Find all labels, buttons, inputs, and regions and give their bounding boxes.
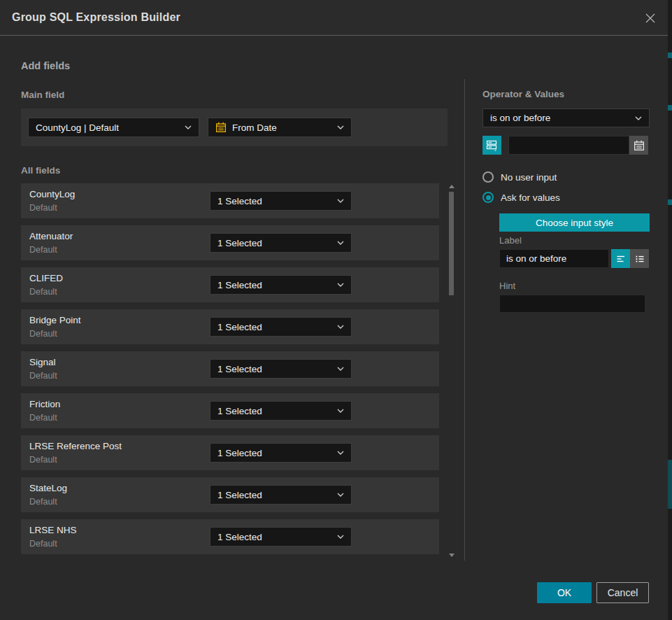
chevron-down-icon: [337, 125, 344, 129]
choose-input-style-label: Choose input style: [536, 218, 613, 228]
dialog-header: Group SQL Expression Builder: [0, 0, 668, 36]
radio-ask-for-values[interactable]: Ask for values: [482, 192, 560, 203]
operator-values-heading: Operator & Values: [482, 89, 564, 99]
chevron-down-icon: [337, 409, 344, 413]
field-values-select[interactable]: 1 Selected: [210, 527, 352, 547]
align-left-text-icon: [615, 253, 627, 265]
field-row: Signal Default 1 Selected: [21, 351, 439, 386]
field-values-selected-count: 1 Selected: [217, 364, 331, 374]
field-values-select[interactable]: 1 Selected: [210, 191, 352, 211]
field-values-selected-count: 1 Selected: [217, 448, 331, 458]
screen: Group SQL Expression Builder Add fields …: [0, 0, 672, 620]
chevron-down-icon: [337, 241, 344, 245]
main-field-label: Main field: [21, 90, 64, 100]
main-layer-select-value: CountyLog | Default: [36, 122, 179, 133]
main-layer-select[interactable]: CountyLog | Default: [28, 118, 199, 137]
scroll-up-arrow-icon[interactable]: [449, 185, 455, 188]
field-source: Default: [29, 245, 57, 255]
chevron-down-icon: [337, 535, 344, 539]
label-field-label: Label: [499, 235, 522, 246]
field-source: Default: [29, 455, 57, 465]
all-fields-label: All fields: [21, 165, 60, 176]
main-field-select[interactable]: From Date: [208, 118, 352, 137]
field-values-selected-count: 1 Selected: [217, 238, 331, 248]
field-values-select[interactable]: 1 Selected: [210, 443, 352, 463]
field-values-selected-count: 1 Selected: [217, 406, 331, 416]
field-values-selected-count: 1 Selected: [217, 490, 331, 500]
radio-no-user-input-label: No user input: [501, 172, 557, 183]
chevron-down-icon: [337, 283, 344, 287]
scrollbar-thumb[interactable]: [449, 192, 454, 295]
chevron-down-icon: [337, 367, 344, 371]
field-row: Attenuator Default 1 Selected: [21, 225, 439, 260]
field-name: Friction: [29, 399, 60, 409]
field-name: CountyLog: [29, 189, 75, 199]
field-values-select[interactable]: 1 Selected: [210, 485, 352, 505]
calendar-icon: [634, 140, 645, 151]
radio-circle-icon: [482, 171, 494, 183]
bullet-list-icon: [634, 253, 645, 265]
field-source: Default: [29, 287, 57, 297]
close-icon: [644, 12, 657, 24]
choose-input-style-button[interactable]: Choose input style: [499, 213, 650, 232]
hint-input[interactable]: [499, 295, 645, 313]
field-source: Default: [29, 539, 57, 549]
field-row: Bridge Point Default 1 Selected: [21, 309, 439, 344]
panel-divider: [464, 79, 465, 561]
operator-select[interactable]: is on or before: [482, 108, 650, 127]
field-row: CountyLog Default 1 Selected: [21, 183, 439, 218]
field-name: Signal: [29, 357, 56, 367]
background-app-edge: [668, 0, 672, 620]
scroll-down-arrow-icon[interactable]: [449, 554, 455, 557]
field-source: Default: [29, 203, 57, 213]
field-source: Default: [29, 371, 57, 381]
radio-no-user-input[interactable]: No user input: [482, 171, 557, 183]
field-name: CLIFED: [29, 273, 63, 283]
calendar-date-icon: [215, 122, 227, 133]
field-name: LRSE NHS: [29, 525, 77, 535]
group-sql-expression-builder-dialog: Group SQL Expression Builder Add fields …: [0, 0, 668, 620]
chevron-down-icon: [337, 199, 344, 203]
field-source: Default: [29, 497, 57, 507]
field-source: Default: [29, 329, 57, 339]
main-field-box: CountyLog | Default From Date: [21, 108, 448, 146]
operator-select-value: is on or before: [490, 113, 629, 123]
ok-button[interactable]: OK: [537, 582, 592, 603]
all-fields-scrollbar[interactable]: [448, 183, 455, 558]
value-input[interactable]: [508, 136, 629, 155]
input-style-toggle-group: [611, 249, 649, 268]
field-values-selected-count: 1 Selected: [217, 322, 331, 332]
hint-field-label: Hint: [499, 281, 515, 291]
field-values-select[interactable]: 1 Selected: [210, 317, 352, 337]
ok-button-label: OK: [557, 587, 571, 598]
cancel-button[interactable]: Cancel: [596, 582, 649, 603]
field-values-select[interactable]: 1 Selected: [210, 233, 352, 253]
list-input-style-toggle[interactable]: [630, 249, 649, 268]
field-row: LRSE Reference Post Default 1 Selected: [21, 435, 439, 470]
chevron-down-icon: [185, 125, 192, 129]
field-name: LRSE Reference Post: [29, 441, 122, 451]
field-row: StateLog Default 1 Selected: [21, 477, 439, 512]
field-name: Attenuator: [29, 231, 73, 241]
date-picker-button[interactable]: [629, 136, 648, 155]
field-row: Friction Default 1 Selected: [21, 393, 439, 428]
field-values-selected-count: 1 Selected: [217, 196, 331, 206]
field-name: StateLog: [29, 483, 67, 493]
label-input[interactable]: [499, 249, 609, 268]
field-values-selected-count: 1 Selected: [217, 532, 331, 542]
field-values-select[interactable]: 1 Selected: [210, 275, 352, 295]
value-list-icon: [486, 139, 498, 151]
field-values-select[interactable]: 1 Selected: [210, 359, 352, 379]
all-fields-list: CountyLog Default 1 Selected Attenuator …: [21, 183, 439, 561]
radio-ask-for-values-label: Ask for values: [501, 192, 560, 203]
add-fields-heading: Add fields: [21, 60, 70, 71]
text-input-style-toggle[interactable]: [611, 249, 630, 268]
field-row: CLIFED Default 1 Selected: [21, 267, 439, 302]
field-values-select[interactable]: 1 Selected: [210, 401, 352, 421]
close-button[interactable]: [642, 10, 659, 27]
field-values-selected-count: 1 Selected: [217, 280, 331, 290]
unique-values-toggle-button[interactable]: [482, 136, 501, 155]
chevron-down-icon: [635, 116, 642, 120]
chevron-down-icon: [337, 451, 344, 455]
main-field-select-value: From Date: [232, 122, 331, 133]
